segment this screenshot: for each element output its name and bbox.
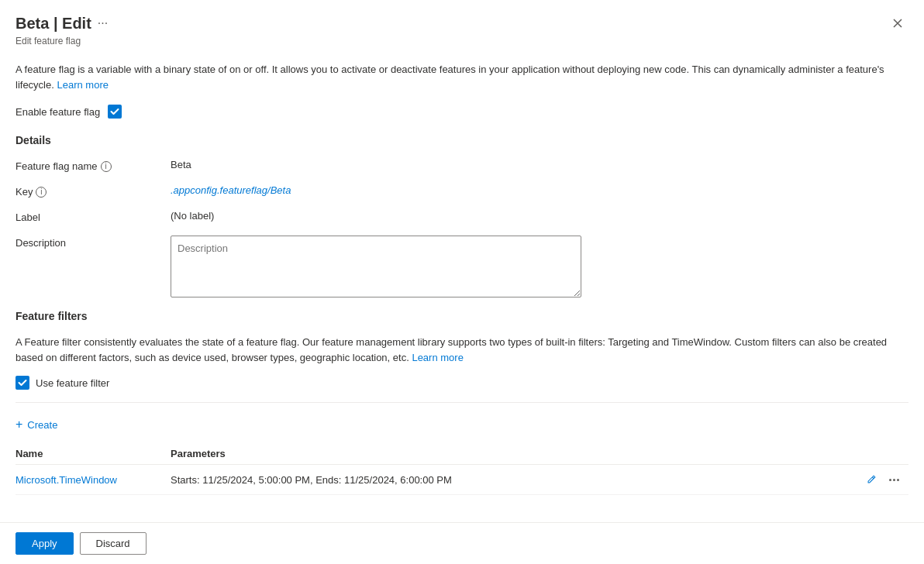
label-value: (No label) xyxy=(171,210,908,222)
filter-name-cell: Microsoft.TimeWindow xyxy=(16,465,171,495)
panel-title: Beta | Edit xyxy=(16,15,91,33)
filter-params-cell: Starts: 11/25/2024, 5:00:00 PM, Ends: 11… xyxy=(171,465,807,495)
panel-header: Beta | Edit ··· Edit feature flag xyxy=(0,0,924,53)
more-actions-filter-button[interactable] xyxy=(886,477,902,483)
filters-table-body: Microsoft.TimeWindow Starts: 11/25/2024,… xyxy=(16,465,908,495)
feature-flag-name-label: Feature flag name i xyxy=(16,159,171,172)
panel-footer: Apply Discard xyxy=(0,522,924,564)
use-feature-filter-row: Use feature filter xyxy=(16,376,908,390)
edit-filter-button[interactable] xyxy=(863,473,880,487)
filters-table: Name Parameters Microsoft.TimeWindow Sta… xyxy=(16,443,908,495)
details-section-heading: Details xyxy=(16,134,908,146)
learn-more-link-intro[interactable]: Learn more xyxy=(57,79,108,91)
learn-more-link-filters[interactable]: Learn more xyxy=(412,352,463,363)
key-label: Key i xyxy=(16,184,171,198)
filters-table-header: Name Parameters xyxy=(16,443,908,465)
enable-feature-flag-checkbox[interactable] xyxy=(108,105,122,119)
checkbox-checked-icon xyxy=(108,105,122,119)
plus-icon: + xyxy=(16,418,22,431)
enable-feature-flag-row: Enable feature flag xyxy=(16,105,908,119)
filters-header-row: Name Parameters xyxy=(16,443,908,465)
label-row: Label (No label) xyxy=(16,210,908,223)
description-row: Description xyxy=(16,236,908,297)
filter-actions-cell xyxy=(807,465,908,495)
label-label: Label xyxy=(16,210,171,223)
close-button[interactable] xyxy=(887,12,908,34)
feature-flag-name-row: Feature flag name i Beta xyxy=(16,159,908,172)
more-actions-icon xyxy=(889,479,899,481)
title-row: Beta | Edit ··· xyxy=(16,12,908,34)
panel-ellipsis-menu[interactable]: ··· xyxy=(98,16,108,30)
enable-label: Enable feature flag xyxy=(16,106,100,118)
panel-body: A feature flag is a variable with a bina… xyxy=(0,53,924,522)
table-row: Microsoft.TimeWindow Starts: 11/25/2024,… xyxy=(16,465,908,495)
col-actions-header xyxy=(807,443,908,465)
feature-filters-section-heading: Feature filters xyxy=(16,310,908,322)
apply-button[interactable]: Apply xyxy=(16,532,74,555)
discard-button[interactable]: Discard xyxy=(80,532,147,555)
use-feature-filter-checkbox[interactable] xyxy=(16,376,29,390)
key-row: Key i .appconfig.featureflag/Beta xyxy=(16,184,908,198)
create-filter-button[interactable]: + Create xyxy=(16,415,57,434)
use-filter-checkbox-checked-icon xyxy=(16,376,29,390)
feature-filters-description: A Feature filter consistently evaluates … xyxy=(16,335,908,365)
panel-subtitle: Edit feature flag xyxy=(16,36,908,46)
panel-container: Beta | Edit ··· Edit feature flag A feat… xyxy=(0,0,924,564)
description-label: Description xyxy=(16,236,171,249)
feature-flag-name-info-icon[interactable]: i xyxy=(101,161,112,172)
divider xyxy=(16,402,908,403)
use-filter-label: Use feature filter xyxy=(36,377,109,389)
key-value: .appconfig.featureflag/Beta xyxy=(171,184,908,196)
feature-flag-name-value: Beta xyxy=(171,159,908,170)
filter-action-buttons xyxy=(807,473,902,487)
col-name-header: Name xyxy=(16,443,171,465)
intro-description: A feature flag is a variable with a bina… xyxy=(16,62,908,92)
col-params-header: Parameters xyxy=(171,443,807,465)
description-input[interactable] xyxy=(171,236,581,297)
key-info-icon[interactable]: i xyxy=(36,187,47,198)
